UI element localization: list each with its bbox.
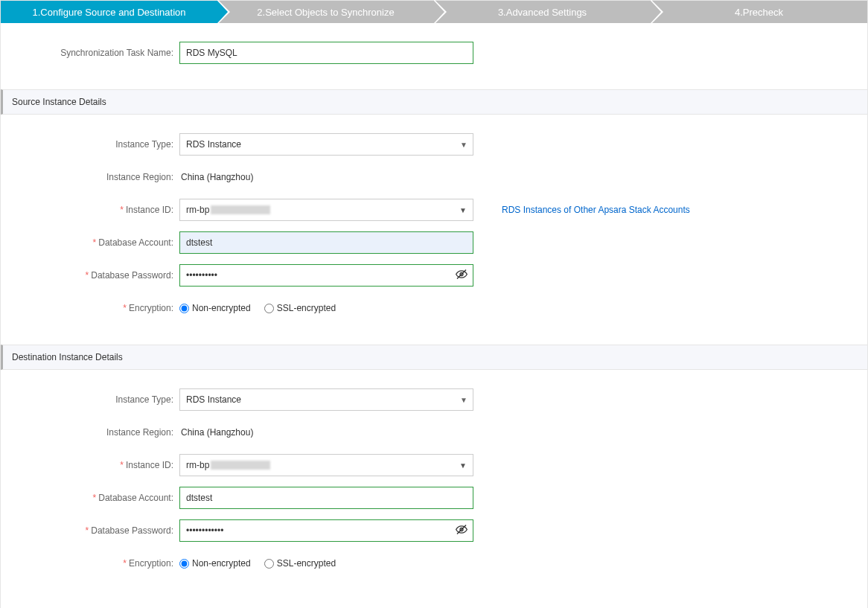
source-section-header: Source Instance Details (1, 89, 867, 115)
dest-instance-id-masked (211, 461, 270, 470)
source-section-body: Instance Type: RDS Instance ▼ Instance R… (1, 115, 867, 345)
dest-encryption-non-radio[interactable] (179, 559, 189, 569)
page-root: 1.Configure Source and Destination 2.Sel… (0, 0, 868, 608)
dest-instance-type-label: Instance Type: (1, 394, 179, 405)
source-db-account-label: *Database Account: (1, 237, 179, 248)
dest-encryption-non[interactable]: Non-encrypted (179, 558, 251, 569)
source-encryption-non[interactable]: Non-encrypted (179, 303, 251, 313)
chevron-down-icon: ▼ (459, 206, 467, 214)
dest-db-password-label: *Database Password: (1, 525, 179, 536)
dest-region-label: Instance Region: (1, 427, 179, 438)
eye-toggle-icon[interactable] (456, 269, 467, 283)
step-2-label: 2.Select Objects to Synchronize (257, 7, 394, 18)
source-instance-id-select[interactable]: rm-bp ▼ (179, 199, 473, 221)
dest-region-value: China (Hangzhou) (179, 427, 253, 438)
step-3-advanced[interactable]: 3.Advanced Settings (434, 1, 651, 23)
step-4-precheck[interactable]: 4.Precheck (651, 1, 867, 23)
source-encryption-label: *Encryption: (1, 303, 179, 313)
dest-encryption-ssl[interactable]: SSL-encrypted (264, 558, 336, 569)
source-instance-id-prefix: rm-bp (186, 205, 209, 215)
source-instance-id-label: *Instance ID: (1, 205, 179, 215)
source-db-password-input[interactable] (179, 264, 473, 287)
source-db-password-label: *Database Password: (1, 270, 179, 281)
source-db-account-input[interactable] (179, 231, 473, 254)
dest-instance-id-prefix: rm-bp (186, 460, 209, 470)
source-region-value: China (Hangzhou) (179, 172, 253, 182)
source-instance-type-label: Instance Type: (1, 139, 179, 150)
source-instance-type-select[interactable]: RDS Instance (179, 133, 473, 156)
dest-instance-id-select[interactable]: rm-bp ▼ (179, 454, 473, 476)
chevron-down-icon: ▼ (459, 461, 467, 470)
destination-section-header: Destination Instance Details (1, 345, 867, 370)
destination-section-body: Instance Type: RDS Instance ▼ Instance R… (1, 370, 867, 600)
source-encryption-ssl[interactable]: SSL-encrypted (264, 303, 336, 313)
dest-instance-id-label: *Instance ID: (1, 460, 179, 470)
step-1-configure[interactable]: 1.Configure Source and Destination (1, 1, 217, 23)
task-name-block: Synchronization Task Name: (1, 23, 867, 89)
task-name-label: Synchronization Task Name: (1, 48, 179, 58)
step-1-label: 1.Configure Source and Destination (33, 7, 186, 18)
source-encryption-non-radio[interactable] (179, 304, 189, 313)
task-name-input[interactable] (179, 42, 473, 64)
source-encryption-ssl-radio[interactable] (264, 304, 274, 313)
eye-toggle-icon[interactable] (456, 524, 467, 538)
dest-instance-type-select[interactable]: RDS Instance (179, 388, 473, 411)
step-4-label: 4.Precheck (735, 7, 783, 18)
dest-encryption-ssl-radio[interactable] (264, 559, 274, 569)
dest-db-password-input[interactable] (179, 519, 473, 542)
step-2-select-objects[interactable]: 2.Select Objects to Synchronize (217, 1, 434, 23)
source-instance-id-masked (211, 205, 270, 214)
dest-db-account-input[interactable] (179, 487, 473, 509)
wizard-steps: 1.Configure Source and Destination 2.Sel… (1, 1, 867, 23)
step-3-label: 3.Advanced Settings (498, 7, 587, 18)
dest-db-account-label: *Database Account: (1, 493, 179, 503)
other-apsara-accounts-link[interactable]: RDS Instances of Other Apsara Stack Acco… (502, 205, 690, 215)
source-region-label: Instance Region: (1, 172, 179, 182)
dest-encryption-label: *Encryption: (1, 558, 179, 569)
